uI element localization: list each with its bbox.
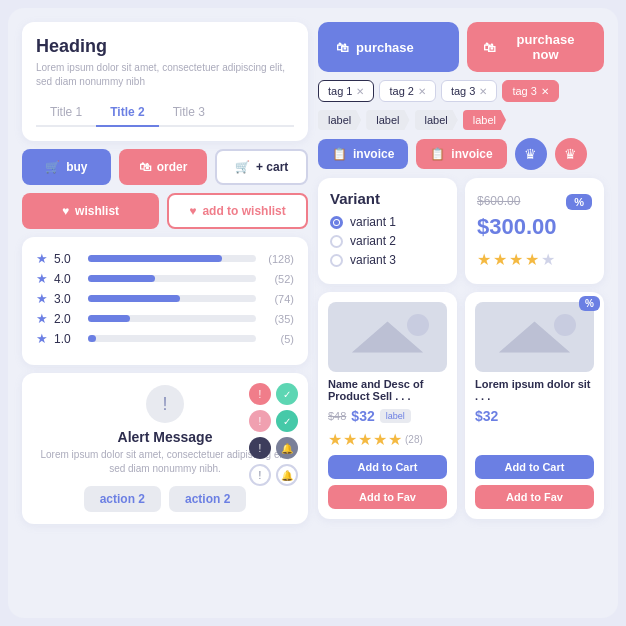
- tag-close-3[interactable]: ✕: [479, 86, 487, 97]
- label-arrow-2[interactable]: label: [366, 110, 409, 130]
- product-stars-row: ★ ★ ★ ★ ★: [477, 250, 555, 269]
- invoice-blue-icon: 📋: [332, 147, 347, 161]
- label-arrow-1[interactable]: label: [318, 110, 361, 130]
- bar-fill: [88, 335, 96, 342]
- product-new-price-1: $32: [351, 408, 374, 424]
- tab-title1[interactable]: Title 1: [36, 99, 96, 127]
- wishlist-buttons-row: ♥ wishlist ♥ add to wishlist: [22, 193, 308, 229]
- rating-row-3: ★ 3.0 (74): [36, 291, 294, 306]
- dot-pink: !: [249, 410, 271, 432]
- purchase-buttons: 🛍 purchase 🛍 purchase now: [318, 22, 604, 72]
- heading-subtitle: Lorem ipsum dolor sit amet, consectetuer…: [36, 61, 294, 89]
- tag-close-4[interactable]: ✕: [541, 86, 549, 97]
- bar-bg: [88, 335, 256, 342]
- heart-icon: ♥: [62, 204, 69, 218]
- invoice-pink-button[interactable]: 📋 invoice: [416, 139, 506, 169]
- star-5: ★: [541, 250, 555, 269]
- product-card-1: Name and Desc of Product Sell . . . $48 …: [318, 292, 457, 519]
- cart-button[interactable]: 🛒 + cart: [215, 149, 308, 185]
- add-to-cart-button-1[interactable]: Add to Cart: [328, 455, 447, 479]
- label-arrow-4-pink[interactable]: label: [463, 110, 506, 130]
- tag-1[interactable]: tag 1 ✕: [318, 80, 374, 102]
- order-button[interactable]: 🛍 order: [119, 149, 208, 185]
- variant-option-3[interactable]: variant 3: [330, 253, 445, 267]
- tag-2[interactable]: tag 2 ✕: [379, 80, 435, 102]
- alert-title: Alert Message: [118, 429, 213, 445]
- add-to-cart-button-2[interactable]: Add to Cart: [475, 455, 594, 479]
- icon-dots-group: ! ✓ ! ✓ ! 🔔 ! 🔔: [249, 383, 298, 486]
- price-card: $600.00 % $300.00 ★ ★ ★ ★ ★: [465, 178, 604, 284]
- tag-3[interactable]: tag 3 ✕: [441, 80, 497, 102]
- bar-fill: [88, 275, 155, 282]
- radio-active[interactable]: [330, 216, 343, 229]
- star-3: ★: [509, 250, 523, 269]
- star-icon: ★: [36, 311, 48, 326]
- star-icon: ★: [36, 331, 48, 346]
- tag-close-2[interactable]: ✕: [418, 86, 426, 97]
- ps5: ★: [388, 430, 402, 449]
- tags-row: tag 1 ✕ tag 2 ✕ tag 3 ✕ tag 3 ✕: [318, 80, 604, 102]
- product-image-2: %: [475, 302, 594, 372]
- bag-now-icon: 🛍: [483, 40, 496, 55]
- ps4: ★: [373, 430, 387, 449]
- product-name-2: Lorem ipsum dolor sit . . .: [475, 378, 594, 402]
- dot-slate: 🔔: [276, 437, 298, 459]
- bar-fill: [88, 315, 130, 322]
- price-old: $600.00: [477, 194, 520, 208]
- dot-green: ✓: [276, 383, 298, 405]
- alert-action1[interactable]: action 2: [84, 486, 161, 512]
- label-arrow-3[interactable]: label: [415, 110, 458, 130]
- add-cart-icon: 🛒: [235, 160, 250, 174]
- purchase-now-button[interactable]: 🛍 purchase now: [467, 22, 604, 72]
- star-1: ★: [477, 250, 491, 269]
- add-to-fav-button-1[interactable]: Add to Fav: [328, 485, 447, 509]
- bar-fill: [88, 295, 180, 302]
- ps3: ★: [358, 430, 372, 449]
- action-buttons-row: 🛒 buy 🛍 order 🛒 + cart: [22, 149, 308, 185]
- crown-blue[interactable]: ♛: [515, 138, 547, 170]
- crown-pink[interactable]: ♛: [555, 138, 587, 170]
- wishlist-button[interactable]: ♥ wishlist: [22, 193, 159, 229]
- product-card-2: % Lorem ipsum dolor sit . . . $32 Add to…: [465, 292, 604, 519]
- heading-title: Heading: [36, 36, 294, 57]
- add-to-fav-button-2[interactable]: Add to Fav: [475, 485, 594, 509]
- dot-dark: !: [249, 437, 271, 459]
- tag-4-pink[interactable]: tag 3 ✕: [502, 80, 558, 102]
- radio-inactive-2[interactable]: [330, 235, 343, 248]
- product-stars-1: ★ ★ ★ ★ ★: [328, 430, 402, 449]
- dot-coral: !: [249, 383, 271, 405]
- variant-option-2[interactable]: variant 2: [330, 234, 445, 248]
- add-wishlist-button[interactable]: ♥ add to wishlist: [167, 193, 308, 229]
- alert-card: ! ✓ ! ✓ ! 🔔 ! 🔔 ! Alert Message Lorem ip…: [22, 373, 308, 524]
- bar-bg: [88, 315, 256, 322]
- rating-row-5: ★ 5.0 (128): [36, 251, 294, 266]
- tab-title3[interactable]: Title 3: [159, 99, 219, 127]
- buy-button[interactable]: 🛒 buy: [22, 149, 111, 185]
- heart-outline-icon: ♥: [189, 204, 196, 218]
- product-image-1: [328, 302, 447, 372]
- purchase-button[interactable]: 🛍 purchase: [318, 22, 459, 72]
- variant-option-1[interactable]: variant 1: [330, 215, 445, 229]
- invoice-pink-icon: 📋: [430, 147, 445, 161]
- variant-price-row: Variant variant 1 variant 2 variant 3 $6…: [318, 178, 604, 284]
- alert-action2[interactable]: action 2: [169, 486, 246, 512]
- left-panel: Heading Lorem ipsum dolor sit amet, cons…: [22, 22, 308, 532]
- bar-bg: [88, 255, 256, 262]
- alert-actions: action 2 action 2: [84, 486, 247, 512]
- rating-row-4: ★ 4.0 (52): [36, 271, 294, 286]
- star-icon: ★: [36, 251, 48, 266]
- product-review-count-1: (28): [405, 434, 423, 445]
- invoice-blue-button[interactable]: 📋 invoice: [318, 139, 408, 169]
- rating-row-2: ★ 2.0 (35): [36, 311, 294, 326]
- heading-card: Heading Lorem ipsum dolor sit amet, cons…: [22, 22, 308, 141]
- radio-inactive-3[interactable]: [330, 254, 343, 267]
- product-cards-row: Name and Desc of Product Sell . . . $48 …: [318, 292, 604, 519]
- star-2: ★: [493, 250, 507, 269]
- circle-shape: [407, 314, 429, 336]
- variant-card: Variant variant 1 variant 2 variant 3: [318, 178, 457, 284]
- product-name-1: Name and Desc of Product Sell . . .: [328, 378, 447, 402]
- tab-title2[interactable]: Title 2: [96, 99, 158, 127]
- alert-icon: !: [146, 385, 184, 423]
- ps1: ★: [328, 430, 342, 449]
- tag-close-1[interactable]: ✕: [356, 86, 364, 97]
